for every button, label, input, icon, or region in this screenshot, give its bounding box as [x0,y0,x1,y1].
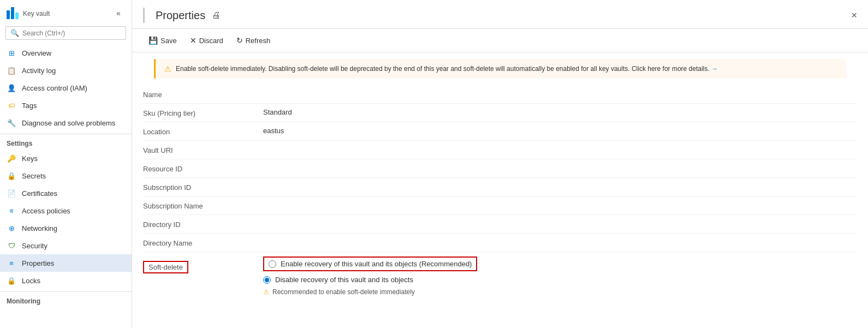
sidebar-item-label: Properties [22,259,54,267]
property-label-name: Name [143,90,263,99]
sidebar-item-label: Diagnose and solve problems [22,119,115,127]
print-icon[interactable]: 🖨 [212,10,221,20]
property-row-name: Name [143,85,857,104]
main-header: Properties 🖨 × [132,0,868,29]
sidebar-item-label: Keys [22,154,38,163]
property-row-directory-id: Directory ID [143,215,857,234]
sidebar-item-properties[interactable]: ≡ Properties [0,254,132,272]
softdelete-enable-label: Enable recovery of this vault and its ob… [281,260,472,268]
softdelete-disable-radio[interactable] [263,276,271,284]
property-label-subscription-name: Subscription Name [143,201,263,210]
warning-triangle-icon: ⚠ [263,288,269,296]
property-value-location: eastus [263,127,857,135]
property-label-sku: Sku (Pricing tier) [143,108,263,117]
sidebar-item-secrets[interactable]: 🔒 Secrets [0,167,132,184]
sidebar-item-access-control[interactable]: 👤 Access control (IAM) [0,79,132,97]
discard-icon: ✕ [190,36,197,45]
property-value-sku: Standard [263,108,857,116]
discard-button[interactable]: ✕ Discard [185,33,229,47]
sidebar-title: Key vault [23,10,50,17]
properties-icon: ≡ [7,258,16,268]
save-button[interactable]: 💾 Save [143,33,182,47]
sidebar-nav: ⊞ Overview 📋 Activity log 👤 Access contr… [0,44,132,328]
diagnose-icon: 🔧 [7,118,16,128]
softdelete-warning: ⚠ Recommended to enable soft-delete imme… [263,288,857,296]
sidebar-item-label: Access policies [22,207,70,215]
sidebar-item-diagnose[interactable]: 🔧 Diagnose and solve problems [0,114,132,132]
sidebar-item-tags[interactable]: 🏷 Tags [0,97,132,114]
access-control-icon: 👤 [7,83,16,93]
sidebar-item-networking[interactable]: ⊕ Networking [0,219,132,237]
section-monitoring-label: Monitoring [0,291,132,307]
sidebar-item-label: Activity log [22,67,56,75]
softdelete-label-box: Soft-delete [143,261,188,273]
locks-icon: 🔒 [7,276,16,285]
property-row-sku: Sku (Pricing tier) Standard [143,104,857,122]
property-label-resource-id: Resource ID [143,164,263,173]
sidebar-item-activity-log[interactable]: 📋 Activity log [0,62,132,79]
certificates-icon: 📄 [7,188,16,198]
softdelete-warning-text: Recommended to enable soft-delete immedi… [272,288,415,296]
close-button[interactable]: × [851,10,857,21]
search-input[interactable] [22,29,121,37]
sidebar-item-label: Locks [22,277,40,285]
warning-icon: ⚠ [164,64,171,73]
sidebar-item-keys[interactable]: 🔑 Keys [0,150,132,167]
search-icon: 🔍 [10,29,19,37]
refresh-icon: ↻ [236,36,243,45]
warning-text: Enable soft-delete immediately. Disablin… [176,65,718,73]
save-icon: 💾 [148,36,158,45]
softdelete-disable-label: Disable recovery of this vault and its o… [275,276,413,284]
property-row-subscription-id: Subscription ID [143,178,857,196]
content-area: ⚠ Enable soft-delete immediately. Disabl… [132,52,868,328]
sidebar-item-label: Secrets [22,172,46,180]
toolbar: 💾 Save ✕ Discard ↻ Refresh [132,29,868,52]
title-divider [143,8,145,23]
sidebar-item-label: Tags [22,102,37,110]
softdelete-label: Soft-delete [143,257,263,273]
activity-log-icon: 📋 [7,65,16,75]
sidebar-item-overview[interactable]: ⊞ Overview [0,44,132,62]
sidebar-item-label: Security [22,242,47,250]
property-table: Name Sku (Pricing tier) Standard Locatio… [143,85,857,300]
section-settings-label: Settings [0,134,132,150]
property-row-directory-name: Directory Name [143,234,857,252]
overview-icon: ⊞ [7,48,16,58]
refresh-button[interactable]: ↻ Refresh [231,33,276,47]
property-row-resource-id: Resource ID [143,159,857,178]
main-panel: Properties 🖨 × 💾 Save ✕ Discard ↻ Refres… [132,0,868,328]
page-title: Properties [156,9,205,22]
property-row-location: Location eastus [143,122,857,141]
property-row-subscription-name: Subscription Name [143,196,857,215]
softdelete-disable-option[interactable]: Disable recovery of this vault and its o… [263,276,857,284]
property-label-directory-name: Directory Name [143,238,263,247]
softdelete-row: Soft-delete Enable recovery of this vaul… [143,252,857,300]
property-label-vault-uri: Vault URI [143,145,263,154]
networking-icon: ⊕ [7,223,16,233]
property-label-location: Location [143,127,263,136]
sidebar-item-label: Certificates [22,189,57,198]
softdelete-enable-radio[interactable] [269,260,276,268]
warning-banner[interactable]: ⚠ Enable soft-delete immediately. Disabl… [154,59,846,79]
sidebar-item-certificates[interactable]: 📄 Certificates [0,184,132,202]
access-policies-icon: ≡ [7,206,16,216]
sidebar-item-security[interactable]: 🛡 Security [0,237,132,254]
sidebar-header: Key vault « [0,0,132,24]
sidebar-collapse-button[interactable]: « [112,7,125,20]
tags-icon: 🏷 [7,100,16,110]
sidebar: Key vault « 🔍 ⊞ Overview 📋 Activity log … [0,0,132,328]
keys-icon: 🔑 [7,153,16,163]
sidebar-item-label: Networking [22,224,57,232]
property-label-directory-id: Directory ID [143,219,263,229]
sidebar-logo [7,7,19,19]
softdelete-enable-option[interactable]: Enable recovery of this vault and its ob… [263,257,477,271]
security-icon: 🛡 [7,241,16,251]
softdelete-options: Enable recovery of this vault and its ob… [263,257,857,296]
sidebar-item-access-policies[interactable]: ≡ Access policies [0,202,132,219]
sidebar-item-locks[interactable]: 🔒 Locks [0,272,132,289]
property-row-vault-uri: Vault URI [143,141,857,159]
sidebar-search-container: 🔍 [5,26,126,40]
sidebar-item-label: Access control (IAM) [22,84,87,92]
banner-link[interactable]: → [711,65,718,73]
secrets-icon: 🔒 [7,171,16,181]
